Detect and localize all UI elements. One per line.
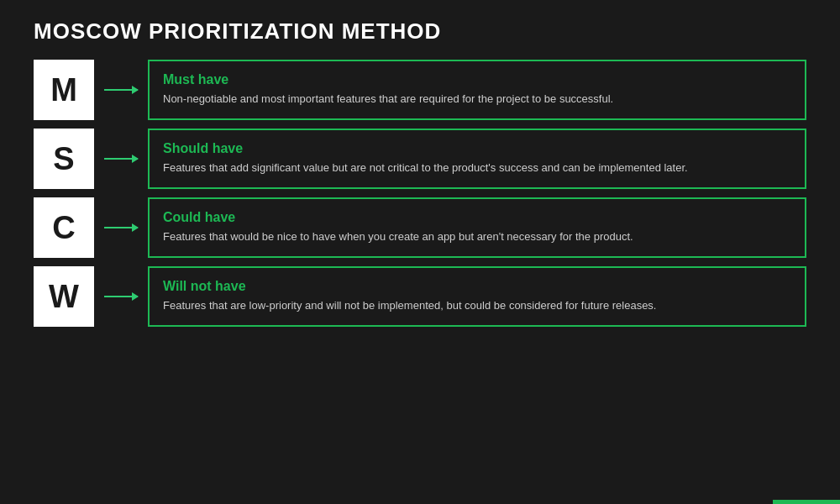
letter-box-s: S <box>34 129 94 189</box>
content-desc-s: Features that add significant value but … <box>163 160 791 176</box>
content-desc-m: Non-negotiable and most important featur… <box>163 91 791 108</box>
arrow-connector-2 <box>104 227 138 228</box>
content-box-c: Could have Features that would be nice t… <box>148 197 806 258</box>
content-title-s: Should have <box>163 141 791 156</box>
arrow-line-3 <box>104 296 138 297</box>
letter-box-w: W <box>34 266 94 327</box>
items-container: M Must have Non-negotiable and most impo… <box>0 53 840 335</box>
content-title-w: Will not have <box>163 279 791 294</box>
arrow-connector-1 <box>104 158 138 160</box>
content-box-m: Must have Non-negotiable and most import… <box>148 60 806 120</box>
page-title: MOSCOW PRIORITIZATION METHOD <box>0 0 840 53</box>
moscow-item-c: C Could have Features that would be nice… <box>34 197 806 258</box>
content-box-s: Should have Features that add significan… <box>148 129 806 189</box>
letter-s: S <box>53 141 74 177</box>
content-title-m: Must have <box>163 72 791 87</box>
moscow-item-s: S Should have Features that add signific… <box>34 129 806 189</box>
moscow-item-m: M Must have Non-negotiable and most impo… <box>34 60 806 120</box>
arrow-connector-0 <box>104 89 138 91</box>
arrow-line-0 <box>104 89 138 91</box>
moscow-item-w: W Will not have Features that are low-pr… <box>34 266 806 327</box>
letter-box-c: C <box>34 197 94 258</box>
content-desc-w: Features that are low-priority and will … <box>163 297 791 314</box>
content-title-c: Could have <box>163 210 791 225</box>
arrow-connector-3 <box>104 296 138 297</box>
letter-m: M <box>50 72 77 108</box>
arrow-line-2 <box>104 227 138 228</box>
content-box-w: Will not have Features that are low-prio… <box>148 266 806 327</box>
content-desc-c: Features that would be nice to have when… <box>163 228 791 245</box>
arrow-line-1 <box>104 158 138 160</box>
letter-c: C <box>52 210 75 246</box>
letter-w: W <box>49 279 79 315</box>
bottom-bar-decoration <box>773 500 840 504</box>
letter-box-m: M <box>34 60 94 120</box>
